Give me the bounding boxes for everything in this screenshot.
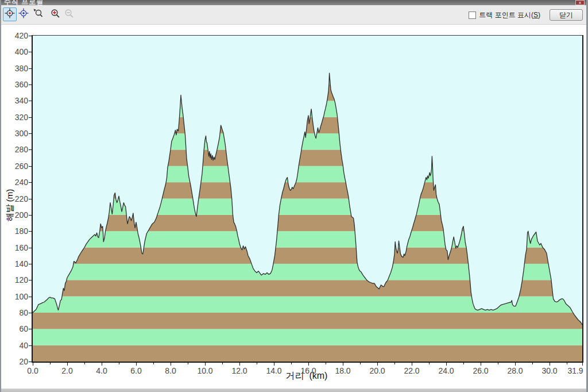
x-axis-tick — [67, 363, 68, 366]
y-axis-tick — [29, 166, 32, 167]
y-axis-tick — [29, 84, 32, 85]
track-point-checkbox[interactable] — [469, 11, 476, 19]
y-axis-tick — [29, 36, 32, 36]
x-axis-minor-tick — [119, 363, 119, 364]
track-point-display-option: 트랙 포인트 표시(S) — [469, 10, 540, 20]
x-axis-minor-tick — [463, 363, 464, 364]
close-button[interactable]: 닫기 — [550, 9, 583, 21]
y-tick-label: 100 — [1, 292, 28, 301]
y-axis-label: 해발 (m) — [5, 184, 14, 226]
y-axis-tick — [29, 52, 32, 52]
x-axis-tick — [274, 363, 274, 366]
track-point-blue-tool-button[interactable] — [17, 7, 30, 21]
x-axis-minor-tick — [50, 363, 51, 364]
x-axis-tick — [205, 363, 206, 366]
x-tick-label: 8.0 — [158, 366, 183, 375]
x-axis-minor-tick — [567, 363, 567, 364]
x-axis-tick — [136, 363, 137, 366]
y-tick-label: 40 — [1, 341, 28, 350]
y-axis-tick — [29, 231, 32, 232]
window-close-icon[interactable]: x — [575, 0, 585, 5]
zoom-select-magnifier-icon — [33, 8, 43, 21]
x-axis-tick — [171, 363, 171, 366]
y-axis-tick — [29, 345, 32, 346]
x-axis-minor-tick — [394, 363, 395, 364]
y-tick-label: 280 — [1, 145, 28, 154]
x-axis-minor-tick — [257, 363, 257, 364]
y-tick-label: 20 — [1, 357, 28, 366]
y-tick-label: 80 — [1, 308, 28, 317]
zoom-out-icon — [64, 8, 74, 21]
window-title: 수직 프로필 — [4, 0, 44, 5]
y-axis-tick — [29, 182, 32, 183]
x-tick-label: 22.0 — [400, 366, 424, 375]
y-tick-label: 140 — [1, 259, 28, 268]
plot-area[interactable] — [32, 35, 583, 363]
y-axis-tick — [29, 101, 32, 101]
x-tick-label: 24.0 — [434, 366, 458, 375]
chart-area: 해발 (m) 거리 (km) 2040608010012014016018020… — [1, 25, 586, 389]
x-axis-minor-tick — [222, 363, 223, 364]
x-tick-label: 6.0 — [124, 366, 148, 375]
y-axis-tick — [29, 297, 32, 297]
x-tick-label: 28.0 — [503, 366, 527, 375]
y-axis-tick — [29, 362, 32, 362]
y-axis-tick — [29, 68, 32, 69]
y-tick-label: 220 — [1, 194, 28, 203]
track-point-checkbox-label[interactable]: 트랙 포인트 표시(S) — [479, 10, 540, 20]
x-tick-label: 12.0 — [227, 366, 252, 375]
x-axis-tick — [550, 363, 550, 366]
x-tick-label: 18.0 — [331, 366, 355, 375]
x-tick-label: 20.0 — [365, 366, 389, 375]
x-tick-label: 4.0 — [90, 366, 114, 375]
y-axis-tick — [29, 280, 32, 280]
y-tick-label: 260 — [1, 162, 28, 171]
y-axis-tick — [29, 264, 32, 264]
y-axis-tick — [29, 199, 32, 199]
x-axis-tick — [515, 363, 516, 366]
x-axis-tick — [446, 363, 447, 366]
zoom-in-icon — [50, 8, 60, 21]
x-axis-minor-tick — [188, 363, 188, 364]
x-axis-tick — [308, 363, 309, 366]
y-axis-tick — [29, 215, 32, 216]
x-tick-label: 30.0 — [537, 366, 562, 375]
x-axis-minor-tick — [429, 363, 430, 364]
title-bar: 수직 프로필 x — [1, 0, 586, 5]
y-tick-label: 240 — [1, 178, 28, 187]
crosshair-red-icon — [5, 8, 15, 21]
toolbar: 트랙 포인트 표시(S) 닫기 — [1, 5, 586, 25]
y-axis-tick — [29, 117, 32, 118]
y-tick-label: 120 — [1, 275, 28, 285]
x-tick-label: 0.0 — [21, 366, 45, 375]
y-tick-label: 420 — [1, 31, 28, 40]
zoom-out-tool-button[interactable] — [62, 7, 76, 21]
x-tick-label: 26.0 — [469, 366, 493, 375]
x-axis-tick — [412, 363, 412, 366]
x-axis-minor-tick — [153, 363, 154, 364]
track-point-red-tool-button[interactable] — [3, 7, 17, 21]
x-axis-minor-tick — [326, 363, 326, 364]
y-tick-label: 180 — [1, 226, 28, 236]
zoom-in-tool-button[interactable] — [48, 7, 62, 21]
x-axis-minor-tick — [498, 363, 498, 364]
x-axis-minor-tick — [84, 363, 85, 364]
x-axis-minor-tick — [360, 363, 361, 364]
x-axis-tick — [343, 363, 343, 366]
y-axis-tick — [29, 149, 32, 150]
y-tick-label: 340 — [1, 96, 28, 105]
y-tick-label: 320 — [1, 113, 28, 122]
zoom-select-tool-button[interactable] — [31, 7, 45, 21]
x-axis-tick — [102, 363, 102, 366]
x-tick-label: 31.9 — [563, 366, 587, 375]
y-tick-label: 380 — [1, 64, 28, 73]
y-tick-label: 300 — [1, 129, 28, 138]
y-axis-tick — [29, 313, 32, 313]
x-axis-tick — [481, 363, 481, 366]
crosshair-blue-icon — [18, 8, 29, 21]
x-axis-minor-tick — [291, 363, 292, 364]
y-axis-tick — [29, 329, 32, 329]
window-bottom-border — [1, 389, 586, 392]
x-axis-tick — [239, 363, 240, 366]
x-tick-label: 14.0 — [262, 366, 286, 375]
